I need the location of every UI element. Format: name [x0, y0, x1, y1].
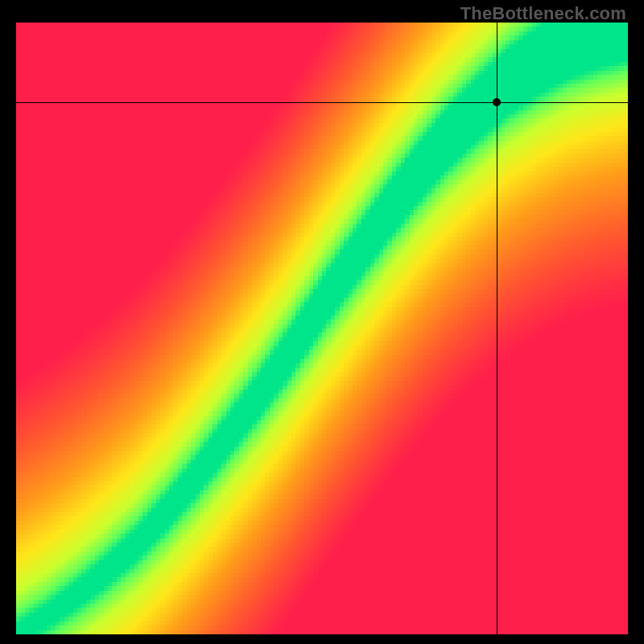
heatmap-plot	[16, 23, 628, 634]
heatmap-canvas	[16, 23, 628, 634]
watermark-text: TheBottleneck.com	[460, 3, 626, 24]
crosshair-vertical	[497, 23, 497, 634]
crosshair-horizontal	[16, 102, 628, 103]
selection-marker[interactable]	[493, 98, 501, 106]
